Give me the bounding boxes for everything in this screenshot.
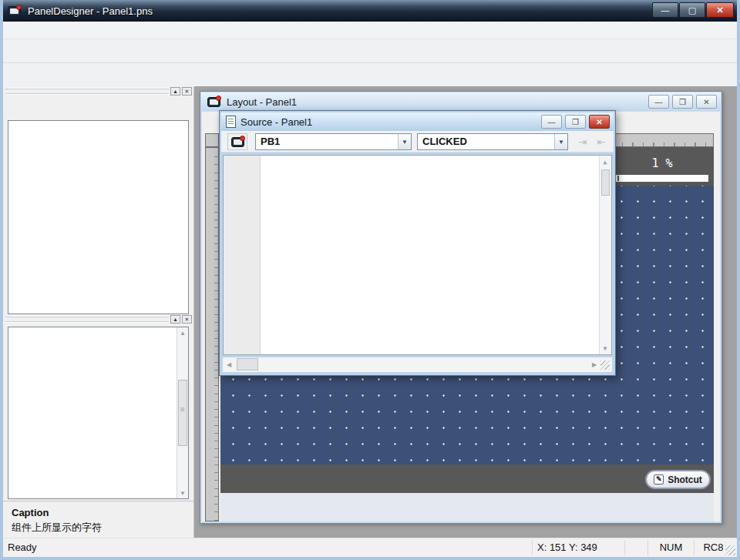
property-description-title: Caption xyxy=(12,507,185,518)
explorer-toolbar xyxy=(3,96,193,119)
app-icon xyxy=(8,6,21,16)
toolbar-row-1 xyxy=(3,39,737,63)
scrollbar-thumb[interactable] xyxy=(178,380,187,446)
panel-select-button[interactable] xyxy=(227,133,247,150)
scroll-left-icon[interactable]: ◀ xyxy=(224,359,234,370)
paneldesigner-window: PanelDesigner - Panel1.pns — ▢ ✕ ▲ ✕ ▲ ✕… xyxy=(0,0,740,560)
minimize-button[interactable]: — xyxy=(541,115,562,129)
resize-grip[interactable] xyxy=(725,545,735,555)
property-description: Caption 组件上所显示的字符 xyxy=(3,501,193,538)
property-pane-header[interactable]: ▲ ✕ xyxy=(3,314,193,324)
resize-grip[interactable] xyxy=(600,360,610,370)
panel-icon xyxy=(231,137,244,147)
horizontal-scrollbar[interactable]: ◀ ▶ xyxy=(223,357,612,372)
close-button[interactable]: ✕ xyxy=(696,95,717,109)
explorer-pane-header[interactable]: ▲ ✕ xyxy=(3,86,193,96)
panel-icon xyxy=(207,97,220,107)
property-grid: ▲ ▼ xyxy=(8,327,189,499)
rollup-icon[interactable]: ▲ xyxy=(170,315,180,324)
num-lock-indicator: NUM xyxy=(648,540,694,555)
source-window: Source - Panel1 — ❐ ✕ PB1 ▼ CLICKED ▼ ⇥ xyxy=(219,110,616,376)
layout-window-title: Layout - Panel1 xyxy=(227,96,297,108)
code-editor[interactable]: ▲ ▼ xyxy=(223,155,612,355)
rollup-icon[interactable]: ▲ xyxy=(170,87,180,96)
shotcut-button[interactable]: ✎ Shotcut xyxy=(645,470,711,489)
close-button[interactable]: ✕ xyxy=(589,115,610,129)
event-select-value: CLICKED xyxy=(418,134,554,149)
scroll-down-icon[interactable]: ▼ xyxy=(600,343,610,354)
restore-button[interactable]: ❐ xyxy=(672,95,693,109)
minimize-button[interactable]: — xyxy=(648,95,669,109)
progress-widget-label: 1 % xyxy=(616,156,708,170)
window-title: PanelDesigner - Panel1.pns xyxy=(28,5,153,17)
scrollbar-thumb[interactable] xyxy=(237,358,258,371)
scroll-up-icon[interactable]: ▲ xyxy=(600,156,610,167)
close-button[interactable]: ✕ xyxy=(706,2,734,18)
event-select[interactable]: CLICKED ▼ xyxy=(417,133,568,150)
vertical-ruler xyxy=(205,147,219,521)
pencil-icon: ✎ xyxy=(654,474,664,485)
progress-widget-bar[interactable] xyxy=(616,175,708,182)
minimize-button[interactable]: — xyxy=(652,2,678,18)
cursor-coordinates: X: 151 Y: 349 xyxy=(532,540,624,555)
chevron-down-icon[interactable]: ▼ xyxy=(398,134,411,149)
property-scrollbar[interactable]: ▲ ▼ xyxy=(177,327,188,498)
project-tree xyxy=(8,120,189,314)
source-window-titlebar[interactable]: Source - Panel1 — ❐ ✕ xyxy=(221,112,614,131)
layout-window-titlebar[interactable]: Layout - Panel1 — ❐ ✕ xyxy=(201,92,721,111)
maximize-button[interactable]: ▢ xyxy=(679,2,705,18)
canvas-keypad-strip xyxy=(220,493,714,521)
scroll-down-icon[interactable]: ▼ xyxy=(177,488,188,498)
left-dock: ▲ ✕ ▲ ✕ ▲ ▼ Caption 组件上所显示的字符 xyxy=(3,86,194,538)
object-select-value: PB1 xyxy=(256,134,398,149)
indent-icon[interactable]: ⇥ xyxy=(574,134,591,149)
source-toolbar: PB1 ▼ CLICKED ▼ ⇥ ⇤ xyxy=(221,131,614,153)
scroll-right-icon[interactable]: ▶ xyxy=(589,359,600,370)
close-pane-icon[interactable]: ✕ xyxy=(182,87,192,96)
close-pane-icon[interactable]: ✕ xyxy=(182,315,192,324)
line-number-gutter xyxy=(224,156,261,354)
outdent-icon[interactable]: ⇤ xyxy=(593,134,610,149)
chevron-down-icon[interactable]: ▼ xyxy=(554,134,567,149)
status-text: Ready xyxy=(8,542,37,553)
ruler-corner xyxy=(205,133,219,147)
object-select[interactable]: PB1 ▼ xyxy=(255,133,412,150)
title-bar[interactable]: PanelDesigner - Panel1.pns — ▢ ✕ xyxy=(0,0,740,22)
property-description-text: 组件上所显示的字符 xyxy=(12,521,185,535)
status-cell-empty xyxy=(624,540,648,555)
scroll-up-icon[interactable]: ▲ xyxy=(177,327,188,338)
source-doc-icon xyxy=(226,116,236,128)
mdi-area: Layout - Panel1 — ❐ ✕ 1 % xyxy=(195,86,737,538)
restore-button[interactable]: ❐ xyxy=(565,115,586,129)
menubar xyxy=(3,22,737,39)
scrollbar-thumb[interactable] xyxy=(601,169,610,196)
canvas-lower-band xyxy=(220,464,714,493)
status-bar: Ready X: 151 Y: 349 NUM RC8 xyxy=(3,538,737,557)
toolbar-row-2 xyxy=(3,63,737,87)
shotcut-label: Shotcut xyxy=(668,474,702,485)
vertical-scrollbar[interactable]: ▲ ▼ xyxy=(599,156,611,354)
source-window-title: Source - Panel1 xyxy=(240,116,312,128)
